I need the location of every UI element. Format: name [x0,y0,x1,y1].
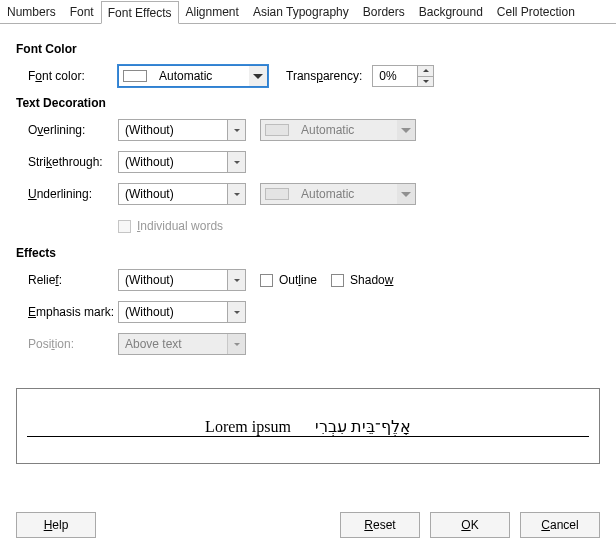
shadow-label: Shadow [350,273,393,287]
underlining-label: Underlining: [16,187,118,201]
font-color-label: Font color: [16,69,118,83]
strikethrough-dropdown[interactable]: (Without) [118,151,246,173]
transparency-input[interactable] [373,66,417,86]
chevron-down-icon [227,270,245,290]
underlining-color-swatch [265,188,289,200]
checkbox-icon [260,274,273,287]
tab-asian-typography[interactable]: Asian Typography [246,0,356,23]
overlining-color-swatch [265,124,289,136]
outline-checkbox[interactable]: Outline [260,273,317,287]
transparency-label: Transparency: [286,69,362,83]
overlining-dropdown[interactable]: (Without) [118,119,246,141]
preview-baseline [27,436,589,437]
position-label: Position: [16,337,118,351]
underlining-dropdown[interactable]: (Without) [118,183,246,205]
ok-button[interactable]: OK [430,512,510,538]
preview-latin: Lorem ipsum [205,418,291,436]
tab-background[interactable]: Background [412,0,490,23]
overlining-color-dropdown: Automatic [260,119,416,141]
chevron-down-icon [249,66,267,86]
shadow-checkbox[interactable]: Shadow [331,273,393,287]
section-font-color: Font Color [16,42,600,56]
individual-words-checkbox: Individual words [118,219,223,233]
position-dropdown: Above text [118,333,246,355]
strikethrough-label: Strikethrough: [16,155,118,169]
spinner-up-icon[interactable] [418,66,433,77]
section-text-decoration: Text Decoration [16,96,600,110]
tab-numbers[interactable]: Numbers [0,0,63,23]
cancel-button[interactable]: Cancel [520,512,600,538]
preview-hebrew: אָלֶף־בֵּית עִבְרִי [315,417,411,436]
transparency-spinner[interactable] [372,65,434,87]
outline-label: Outline [279,273,317,287]
font-color-value: Automatic [153,69,249,83]
relief-dropdown[interactable]: (Without) [118,269,246,291]
tab-bar: Numbers Font Font Effects Alignment Asia… [0,0,616,24]
relief-label: Relief: [16,273,118,287]
font-preview: Lorem ipsum אָלֶף־בֵּית עִבְרִי [16,388,600,464]
chevron-down-icon [227,152,245,172]
chevron-down-icon [227,302,245,322]
individual-words-label: Individual words [137,219,223,233]
reset-button[interactable]: Reset [340,512,420,538]
chevron-down-icon [227,120,245,140]
overlining-label: Overlining: [16,123,118,137]
underlining-color-dropdown: Automatic [260,183,416,205]
chevron-down-icon [397,120,415,140]
tab-alignment[interactable]: Alignment [179,0,246,23]
section-effects: Effects [16,246,600,260]
tab-font[interactable]: Font [63,0,101,23]
chevron-down-icon [227,184,245,204]
chevron-down-icon [397,184,415,204]
tab-cell-protection[interactable]: Cell Protection [490,0,582,23]
tab-font-effects[interactable]: Font Effects [101,1,179,24]
emphasis-dropdown[interactable]: (Without) [118,301,246,323]
emphasis-label: Emphasis mark: [16,305,118,319]
spinner-down-icon[interactable] [418,77,433,87]
font-color-swatch [123,70,147,82]
help-button[interactable]: Help [16,512,96,538]
chevron-down-icon [227,334,245,354]
checkbox-icon [331,274,344,287]
checkbox-icon [118,220,131,233]
tab-borders[interactable]: Borders [356,0,412,23]
font-color-dropdown[interactable]: Automatic [118,65,268,87]
